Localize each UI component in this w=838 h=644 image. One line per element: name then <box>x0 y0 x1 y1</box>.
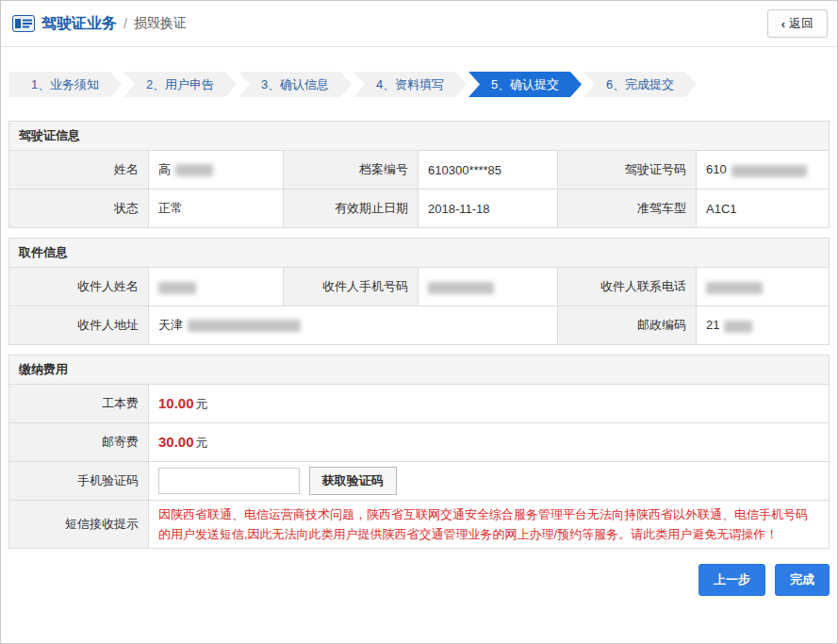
fees-table: 工本费 10.00元 邮寄费 30.00元 手机验证码 获取验证码 <box>8 384 830 549</box>
redacted-text <box>428 282 494 294</box>
footer-actions: 上一步 完成 <box>1 558 837 596</box>
license-info-table: 姓名 高 档案编号 610300****85 驾驶证号码 610 状态 正常 有… <box>8 150 830 228</box>
zip-value: 21 <box>697 306 830 345</box>
status-value: 正常 <box>149 190 284 228</box>
redacted-text <box>731 165 807 177</box>
name-value: 高 <box>149 151 284 190</box>
table-row: 收件人地址 天津 邮政编码 21 <box>9 306 830 345</box>
redacted-text <box>158 282 196 294</box>
step-5-current: 5、确认提交 <box>468 72 582 97</box>
table-row: 短信接收提示 因陕西省联通、电信运营商技术问题，陕西省互联网交通安全综合服务管理… <box>9 501 830 549</box>
sms-code-label: 手机验证码 <box>9 462 149 501</box>
cost-fee-value: 10.00元 <box>149 385 830 423</box>
sms-tip-cell: 因陕西省联通、电信运营商技术问题，陕西省互联网交通安全综合服务管理平台无法向持陕… <box>149 501 830 549</box>
fees-title: 缴纳费用 <box>8 355 830 384</box>
postage-fee-label: 邮寄费 <box>9 423 149 462</box>
table-row: 状态 正常 有效期止日期 2018-11-18 准驾车型 A1C1 <box>9 190 830 228</box>
address-value: 天津 <box>149 306 558 345</box>
file-no-label: 档案编号 <box>284 151 419 190</box>
vehicle-class-label: 准驾车型 <box>558 190 697 228</box>
recipient-phone-label: 收件人联系电话 <box>558 268 697 306</box>
sms-tip-label: 短信接收提示 <box>9 501 149 549</box>
page-title: 驾驶证业务 <box>41 14 117 34</box>
sms-code-input[interactable] <box>158 468 300 494</box>
step-wizard: 1、业务须知 2、用户申告 3、确认信息 4、资料填写 5、确认提交 6、完成提… <box>1 72 837 97</box>
pickup-info-section: 取件信息 收件人姓名 收件人手机号码 收件人联系电话 收件人地址 <box>8 238 830 345</box>
title-separator: / <box>123 16 127 31</box>
vehicle-class-value: A1C1 <box>697 190 830 228</box>
license-no-label: 驾驶证号码 <box>558 151 697 190</box>
sms-tip-text: 因陕西省联通、电信运营商技术问题，陕西省互联网交通安全综合服务管理平台无法向持陕… <box>158 504 819 544</box>
topbar: 驾驶证业务 / 损毁换证 ‹ 返回 <box>1 1 837 47</box>
step-3: 3、确认信息 <box>238 72 352 97</box>
sms-code-cell: 获取验证码 <box>149 462 830 501</box>
back-button[interactable]: ‹ 返回 <box>767 9 828 38</box>
license-no-value: 610 <box>697 151 830 190</box>
pickup-info-title: 取件信息 <box>8 238 830 267</box>
recipient-phone-value <box>697 268 830 306</box>
chevron-left-icon: ‹ <box>781 17 785 31</box>
redacted-text <box>724 321 752 333</box>
license-info-title: 驾驶证信息 <box>8 121 830 150</box>
recipient-mobile-value <box>419 268 558 306</box>
get-code-button[interactable]: 获取验证码 <box>309 467 397 495</box>
address-label: 收件人地址 <box>9 306 149 345</box>
redacted-text <box>188 320 301 332</box>
status-label: 状态 <box>9 190 149 228</box>
recipient-mobile-label: 收件人手机号码 <box>284 268 419 306</box>
back-button-label: 返回 <box>789 15 813 32</box>
recipient-name-label: 收件人姓名 <box>9 268 149 306</box>
zip-label: 邮政编码 <box>558 306 697 345</box>
recipient-name-value <box>149 268 284 306</box>
step-1: 1、业务须知 <box>8 72 122 97</box>
main-content: 驾驶证信息 姓名 高 档案编号 610300****85 驾驶证号码 6 <box>1 121 837 549</box>
prev-step-button[interactable]: 上一步 <box>698 564 765 596</box>
table-row: 邮寄费 30.00元 <box>9 423 830 462</box>
file-no-value: 610300****85 <box>419 151 558 190</box>
pickup-info-table: 收件人姓名 收件人手机号码 收件人联系电话 收件人地址 天津 邮政编码 21 <box>8 267 830 345</box>
step-4: 4、资料填写 <box>353 72 467 97</box>
fees-section: 缴纳费用 工本费 10.00元 邮寄费 30.00元 <box>8 355 830 549</box>
redacted-text <box>706 282 763 294</box>
step-2: 2、用户申告 <box>123 72 237 97</box>
table-row: 姓名 高 档案编号 610300****85 驾驶证号码 610 <box>9 151 830 190</box>
table-row: 工本费 10.00元 <box>9 385 830 423</box>
name-label: 姓名 <box>9 151 149 190</box>
table-row: 收件人姓名 收件人手机号码 收件人联系电话 <box>9 268 830 306</box>
title-group: 驾驶证业务 / 损毁换证 <box>12 14 187 34</box>
redacted-text <box>175 164 213 176</box>
page-subtitle: 损毁换证 <box>134 15 187 32</box>
page: 驾驶证业务 / 损毁换证 ‹ 返回 1、业务须知 2、用户申告 3、确认信息 4… <box>0 0 838 644</box>
step-6: 6、完成提交 <box>583 72 697 97</box>
expiry-label: 有效期止日期 <box>284 190 419 228</box>
license-service-icon <box>12 15 35 32</box>
postage-fee-value: 30.00元 <box>149 423 830 462</box>
finish-button[interactable]: 完成 <box>775 564 830 596</box>
license-info-section: 驾驶证信息 姓名 高 档案编号 610300****85 驾驶证号码 6 <box>8 121 830 228</box>
expiry-value: 2018-11-18 <box>419 190 558 228</box>
cost-fee-label: 工本费 <box>9 385 149 423</box>
table-row: 手机验证码 获取验证码 <box>9 462 830 501</box>
